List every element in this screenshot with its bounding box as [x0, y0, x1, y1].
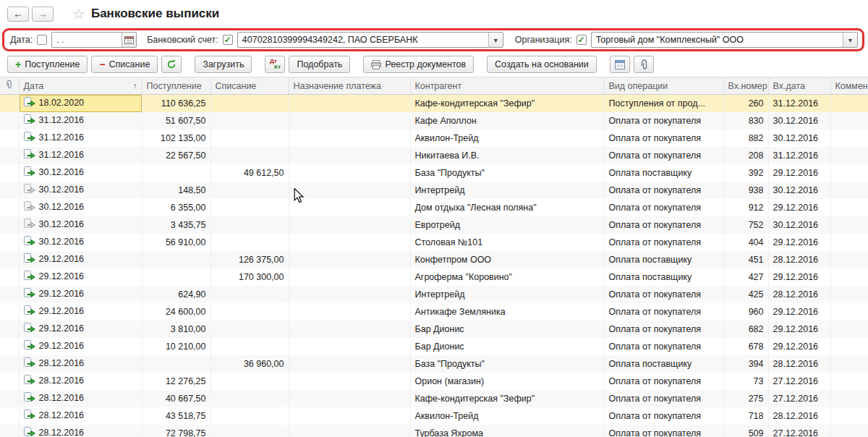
incoming-cell[interactable]: 12 276,25 [142, 373, 210, 390]
date-cell[interactable]: 31.12.2016 [19, 147, 142, 164]
comment-cell[interactable] [830, 130, 868, 147]
comment-cell[interactable] [830, 216, 868, 234]
comment-cell[interactable] [830, 234, 868, 251]
comment-cell[interactable] [830, 373, 868, 390]
create-based-button[interactable]: Создать на основании [487, 56, 597, 73]
bank-account-combo[interactable]: 40702810399994349242, ПАО СБЕРБАНК ▾ [237, 32, 503, 48]
organization-combo[interactable]: Торговый дом "Комплексный" ООО ▾ [591, 32, 858, 48]
forward-button[interactable]: → [32, 7, 54, 22]
innumber-cell[interactable]: 425 [723, 286, 768, 303]
column-header-operation[interactable]: Вид операции [604, 77, 723, 95]
table-row[interactable]: 28.12.2016 40 667,50 Кафе-кондитерская "… [0, 390, 868, 407]
column-header-outgoing[interactable]: Списание [210, 77, 289, 95]
table-row[interactable]: 31.12.2016 51 607,50 Кафе Аполлон Оплата… [0, 112, 868, 130]
attachment-cell[interactable] [0, 338, 19, 355]
attachment-cell[interactable] [0, 390, 19, 407]
incoming-cell[interactable] [142, 355, 210, 373]
attachment-cell[interactable] [0, 199, 19, 216]
favorite-star-icon[interactable]: ☆ [72, 7, 85, 21]
date-cell[interactable]: 29.12.2016 [19, 251, 142, 268]
incoming-cell[interactable]: 6 355,00 [142, 199, 210, 216]
outgoing-cell[interactable] [210, 199, 289, 216]
innumber-cell[interactable]: 830 [723, 112, 768, 130]
indate-cell[interactable]: 27.12.2016 [768, 425, 830, 437]
indate-cell[interactable]: 30.12.2016 [768, 112, 830, 130]
comment-cell[interactable] [830, 182, 868, 199]
operation-cell[interactable]: Оплата поставщику [604, 268, 723, 286]
purpose-cell[interactable] [289, 268, 410, 286]
operation-cell[interactable]: Оплата от покупателя [604, 373, 723, 390]
attachment-cell[interactable] [0, 147, 19, 164]
comment-cell[interactable] [830, 338, 868, 355]
indate-cell[interactable]: 29.12.2016 [768, 338, 830, 355]
counterparty-cell[interactable]: Столовая №101 [410, 234, 604, 251]
innumber-cell[interactable]: 678 [723, 338, 768, 355]
table-row[interactable]: 28.12.2016 72 798,75 Турбаза Яхрома Опла… [0, 425, 868, 437]
table-row[interactable]: 29.12.2016 126 375,00 Конфетпром ООО Опл… [0, 251, 868, 268]
table-row[interactable]: 30.12.2016 3 435,75 Евротрейд Оплата от … [0, 216, 868, 234]
purpose-cell[interactable] [289, 390, 410, 407]
attachment-cell[interactable] [0, 182, 19, 199]
innumber-cell[interactable]: 912 [723, 199, 768, 216]
attachment-column-header[interactable] [0, 77, 19, 95]
innumber-cell[interactable]: 394 [723, 355, 768, 373]
date-cell[interactable]: 28.12.2016 [19, 390, 142, 407]
counterparty-cell[interactable]: Бар Дионис [410, 338, 604, 355]
date-cell[interactable]: 29.12.2016 [19, 268, 142, 286]
counterparty-cell[interactable]: Конфетпром ООО [410, 251, 604, 268]
counterparty-cell[interactable]: Кафе Аполлон [410, 112, 604, 130]
indate-cell[interactable]: 27.12.2016 [768, 390, 830, 407]
innumber-cell[interactable]: 427 [723, 268, 768, 286]
innumber-cell[interactable]: 718 [723, 407, 768, 425]
operation-cell[interactable]: Оплата поставщику [604, 251, 723, 268]
indate-cell[interactable]: 31.12.2016 [768, 147, 830, 164]
comment-cell[interactable] [830, 407, 868, 425]
purpose-cell[interactable] [289, 303, 410, 321]
operation-cell[interactable]: Оплата от покупателя [604, 286, 723, 303]
operation-cell[interactable]: Оплата от покупателя [604, 147, 723, 164]
indate-cell[interactable]: 28.12.2016 [768, 407, 830, 425]
counterparty-cell[interactable]: Дом отдыха "Лесная поляна" [410, 199, 604, 216]
incoming-cell[interactable]: 51 607,50 [142, 112, 210, 130]
date-cell[interactable]: 29.12.2016 [19, 321, 142, 338]
indate-cell[interactable]: 28.12.2016 [768, 355, 830, 373]
date-cell[interactable]: 29.12.2016 [19, 303, 142, 321]
innumber-cell[interactable]: 275 [723, 390, 768, 407]
operation-cell[interactable]: Оплата от покупателя [604, 199, 723, 216]
innumber-cell[interactable]: 451 [723, 251, 768, 268]
outgoing-cell[interactable] [210, 407, 289, 425]
indate-cell[interactable]: 28.12.2016 [768, 251, 830, 268]
purpose-cell[interactable] [289, 234, 410, 251]
counterparty-cell[interactable]: Антикафе Земляника [410, 303, 604, 321]
indate-cell[interactable]: 30.12.2016 [768, 182, 830, 199]
outgoing-cell[interactable] [210, 286, 289, 303]
table-row[interactable]: 30.12.2016 148,50 Интертрейд Оплата от п… [0, 182, 868, 199]
refresh-button[interactable] [161, 56, 182, 73]
purpose-cell[interactable] [289, 286, 410, 303]
purpose-cell[interactable] [289, 147, 410, 164]
operation-cell[interactable]: Оплата от покупателя [604, 130, 723, 147]
table-row[interactable]: 29.12.2016 10 210,00 Бар Дионис Оплата о… [0, 338, 868, 355]
purpose-cell[interactable] [289, 182, 410, 199]
innumber-cell[interactable]: 938 [723, 182, 768, 199]
column-header-comment[interactable]: Коммен... [830, 77, 868, 95]
purpose-cell[interactable] [289, 425, 410, 437]
innumber-cell[interactable]: 509 [723, 425, 768, 437]
counterparty-cell[interactable]: База "Продукты" [410, 164, 604, 182]
attachment-cell[interactable] [0, 216, 19, 234]
column-header-indate[interactable]: Вх.дата [768, 77, 830, 95]
operation-cell[interactable]: Оплата от покупателя [604, 425, 723, 437]
incoming-cell[interactable]: 148,50 [142, 182, 210, 199]
comment-cell[interactable] [830, 355, 868, 373]
purpose-cell[interactable] [289, 112, 410, 130]
incoming-cell[interactable]: 624,90 [142, 286, 210, 303]
counterparty-cell[interactable]: Интертрейд [410, 286, 604, 303]
comment-cell[interactable] [830, 147, 868, 164]
receipt-button[interactable]: + Поступление [7, 56, 88, 73]
counterparty-cell[interactable]: Интертрейд [410, 182, 604, 199]
counterparty-cell[interactable]: Евротрейд [410, 216, 604, 234]
attachment-cell[interactable] [0, 407, 19, 425]
incoming-cell[interactable] [142, 164, 210, 182]
outgoing-cell[interactable] [210, 234, 289, 251]
purpose-cell[interactable] [289, 355, 410, 373]
